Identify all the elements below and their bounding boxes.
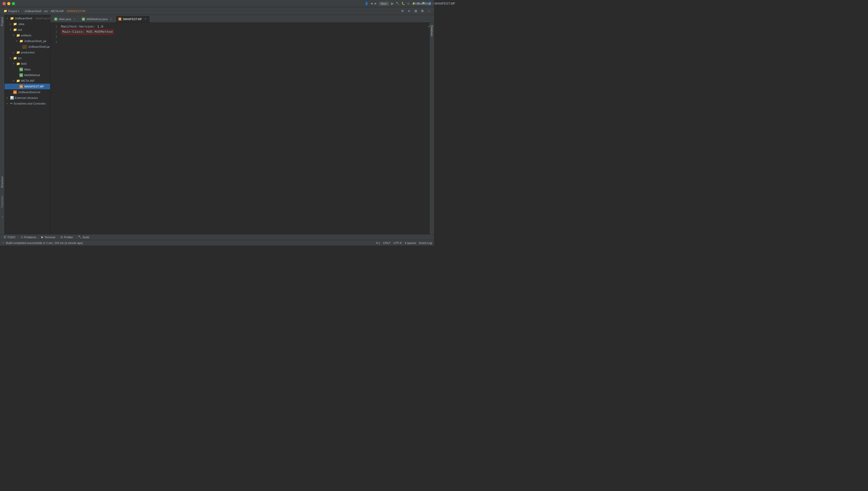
toolbar: 📁 Project ▾ › JmBeanShell › src › META-I… <box>0 7 434 15</box>
status-message: Build completed successfully in 2 sec, 2… <box>6 241 83 244</box>
tab-manifest-mf[interactable]: M MANIFEST.MF × <box>115 16 150 23</box>
right-sidebar: Database <box>429 23 434 234</box>
tree-item-artifacts[interactable]: ▾ 📁 artifacts <box>5 32 50 38</box>
nav-forward-icon[interactable]: ▶ <box>375 2 377 5</box>
side-tabs-bottom: Structure Favorites ☆ <box>1 176 4 219</box>
breadcrumb-project[interactable]: JmBeanShell <box>25 9 41 13</box>
structure-tab[interactable]: Structure <box>1 176 4 188</box>
arrow-md5: ▾ <box>13 62 16 65</box>
tab-todo[interactable]: ☰ TODO <box>1 234 18 240</box>
tab-todo-label: TODO <box>7 236 16 239</box>
breadcrumb-meta-inf[interactable]: META-INF <box>51 9 64 13</box>
nav-back-icon[interactable]: ◀ <box>371 2 373 5</box>
settings-tree-icon[interactable]: ⚙ <box>419 8 425 14</box>
folder-icon: 📁 <box>4 9 7 13</box>
tree-item-meta-inf[interactable]: ▾ 📁 META-INF <box>5 78 50 84</box>
profiler-icon: ◎ <box>60 235 63 239</box>
main-content: Project Structure Favorites ☆ ▾ 📁 JmBean… <box>0 15 434 234</box>
code-line-4 <box>61 40 429 45</box>
libs-icon: 📊 <box>10 96 14 99</box>
label-idea: .idea <box>18 23 24 26</box>
code-line-1: Manifest-Version: 1.0 <box>61 24 429 29</box>
tab-terminal[interactable]: ▶ Terminal <box>39 234 58 240</box>
tree-item-idea[interactable]: ▸ 📁 .idea <box>5 21 50 27</box>
arrow-meta-inf: ▾ <box>13 80 16 82</box>
tree-item-jmBeanShell-iml[interactable]: M JmBeanShell.iml <box>5 89 50 95</box>
tree-item-manifest-mf[interactable]: M MANIFEST.MF <box>5 84 50 89</box>
line-num-3: 3 <box>50 35 57 40</box>
tab-problems[interactable]: ⚠ Problems <box>18 234 39 240</box>
debug-icon[interactable]: 🐛 <box>402 2 405 5</box>
cursor-position[interactable]: 4:1 <box>376 241 380 244</box>
minimize-button[interactable] <box>7 2 10 5</box>
project-tab-label[interactable]: Project <box>1 17 4 26</box>
tab-profiler[interactable]: ◎ Profiler <box>58 234 76 240</box>
tab-main-java[interactable]: C Main.java × <box>51 16 79 23</box>
filter-icon[interactable]: ⊞ <box>413 8 418 14</box>
run-config-label[interactable]: Main <box>379 2 389 6</box>
coverage-icon[interactable]: ◎ <box>407 2 410 5</box>
star-icon[interactable]: ☆ <box>1 215 4 219</box>
tab-label-manifest-mf: MANIFEST.MF <box>123 18 142 21</box>
problems-icon: ⚠ <box>21 235 23 239</box>
folder-icon-production: 📁 <box>16 51 20 54</box>
maximize-button[interactable] <box>12 2 15 5</box>
code-editor[interactable]: Manifest-Version: 1.0 Main-Class: Md5.Md… <box>59 23 429 234</box>
code-content-2-highlighted: Main-Class: Md5.Md5Method <box>61 29 114 35</box>
tab-close-main-java[interactable]: × <box>73 17 76 21</box>
account-icon[interactable]: 👤 <box>365 2 369 5</box>
tree-item-jmBeanShell[interactable]: ▾ 📁 JmBeanShell ~/IdeaProjects/JmBeanShe… <box>5 16 50 21</box>
tab-close-manifest[interactable]: × <box>144 17 147 21</box>
line-numbers: 1 2 3 4 <box>50 23 59 234</box>
tab-label-md5method-java: Md5Method.java <box>86 18 107 21</box>
status-left: ✓ Build completed successfully in 2 sec,… <box>2 241 83 244</box>
arrow-src: ▾ <box>10 57 12 59</box>
folder-icon-artifacts: 📁 <box>16 34 20 37</box>
arrow-external-libs: ▸ <box>7 96 9 99</box>
project-button[interactable]: 📁 Project ▾ <box>2 9 21 13</box>
event-log[interactable]: Event Log <box>419 241 432 244</box>
tree-item-md5[interactable]: ▾ 📁 Md5 <box>5 61 50 67</box>
project-tab-strip: Project Structure Favorites ☆ <box>0 15 5 234</box>
folder-icon-out: 📁 <box>13 28 17 31</box>
label-scratches: Scratches and Consoles <box>13 102 46 105</box>
encoding[interactable]: UTF-8 <box>394 241 402 244</box>
build-icon[interactable]: 🔨 <box>396 2 399 5</box>
indent-setting[interactable]: 4 spaces <box>405 241 416 244</box>
arrow-production: ▸ <box>13 51 16 54</box>
sync-icon[interactable]: ⟲ <box>399 8 405 14</box>
tree-item-jmBeanShell-jar-folder[interactable]: ▾ 📁 JmBeanShell_jar <box>5 38 50 44</box>
tree-item-main-class[interactable]: C Main <box>5 67 50 72</box>
tab-close-md5method[interactable]: × <box>109 17 113 21</box>
breadcrumb-manifest[interactable]: MANIFEST.MF <box>67 9 86 13</box>
favorites-tab[interactable]: Favorites <box>1 196 4 207</box>
tree-item-production[interactable]: ▸ 📁 production <box>5 50 50 55</box>
breadcrumb: › JmBeanShell › src › META-INF › MANIFES… <box>23 9 86 13</box>
status-bar: ✓ Build completed successfully in 2 sec,… <box>0 240 434 246</box>
tree-item-jmBeanShell-jar-file[interactable]: jar JmBeanShell.jar <box>5 44 50 50</box>
tab-build-label: Build <box>83 236 89 239</box>
collapse-icon[interactable]: – <box>426 8 432 14</box>
tab-md5method-java[interactable]: C Md5Method.java × <box>79 16 115 23</box>
label-external-libs: External Libraries <box>15 96 38 99</box>
line-ending[interactable]: CRLF <box>383 241 390 244</box>
close-button[interactable] <box>3 2 6 5</box>
label-md5: Md5 <box>21 62 27 65</box>
folder-icon-src: 📁 <box>13 56 17 60</box>
tree-item-scratches[interactable]: ▸ ✏ Scratches and Consoles <box>5 101 50 106</box>
tree-item-md5method-class[interactable]: C Md5Method <box>5 72 50 78</box>
manifest-icon: M <box>19 85 23 88</box>
run-button[interactable]: ▶ <box>391 2 394 5</box>
tree-item-external-libs[interactable]: ▸ 📊 External Libraries <box>5 95 50 101</box>
list-icon[interactable]: ≡ <box>406 8 412 14</box>
tree-item-src[interactable]: ▾ 📁 src <box>5 55 50 61</box>
path-jmBeanShell: ~/IdeaProjects/JmBeanShell <box>34 17 50 20</box>
window-title: JmBeanShell – MANIFEST.MF <box>413 2 434 5</box>
tab-build[interactable]: 🔨 Build <box>76 234 91 240</box>
manifest-tab-icon: M <box>118 18 121 21</box>
breadcrumb-src[interactable]: src <box>44 9 48 13</box>
label-jmBeanShell-jar-folder: JmBeanShell_jar <box>24 39 47 42</box>
tree-item-out[interactable]: ▾ 📁 out <box>5 27 50 32</box>
arrow-jmBeanShell: ▾ <box>7 17 9 20</box>
iml-icon: M <box>13 90 17 94</box>
